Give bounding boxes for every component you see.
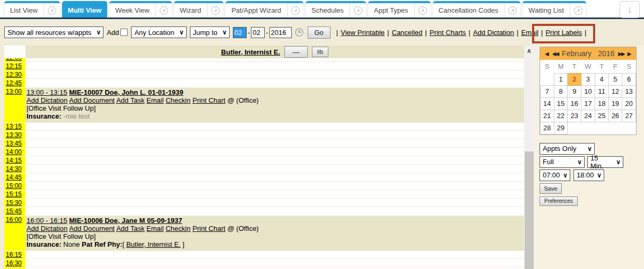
size-select[interactable]: Full ∨ (539, 156, 585, 168)
time-slot-link[interactable]: 14:30 (6, 165, 22, 173)
tab-popout-button[interactable]: ↗ (287, 3, 303, 17)
calendar-day-19[interactable]: 19 (608, 97, 622, 110)
calendar-day-12[interactable]: 12 (608, 85, 622, 97)
time-slot-link[interactable]: 14:00 (6, 148, 22, 156)
calendar-day-24[interactable]: 24 (581, 110, 595, 122)
tab-pat-appt-wizard[interactable]: Pat/Appt Wizard↗ (225, 1, 303, 17)
calendar-day-29[interactable]: 29 (554, 122, 568, 134)
fb-button[interactable]: f/b (312, 47, 328, 57)
empty-slot[interactable] (25, 208, 524, 216)
tab-cancellation-codes[interactable]: Cancellation Codes↗ (433, 1, 521, 17)
action-add-document[interactable]: Add Document (69, 225, 115, 232)
calendar-day-7[interactable]: 7 (541, 85, 554, 97)
schedule-scrollbar[interactable]: ∧ (524, 46, 534, 269)
empty-slot[interactable] (25, 165, 524, 173)
empty-slot[interactable] (25, 148, 524, 156)
tab-popout-button[interactable]: ↗ (570, 3, 586, 17)
calendar-day-2[interactable]: 2 (568, 73, 581, 85)
next-month-icon[interactable]: ▶▶ (616, 51, 625, 57)
calendar-day-15[interactable]: 15 (554, 97, 568, 110)
calendar-day-20[interactable]: 20 (622, 97, 636, 110)
calendar-day-11[interactable]: 11 (595, 85, 608, 97)
tab-popout-button[interactable]: ↗ (43, 3, 60, 17)
link-cancelled[interactable]: Cancelled (392, 29, 423, 37)
calendar-day-21[interactable]: 21 (541, 110, 554, 122)
location-select[interactable]: Any Location ∨ (131, 26, 186, 38)
calendar-day-1[interactable]: 1 (554, 73, 568, 85)
ref-phy-link[interactable]: Butler, Internist E. (126, 240, 181, 248)
start-time-select[interactable]: 07:00 ∨ (539, 169, 570, 181)
scroll-up-icon[interactable]: ∧ (524, 46, 534, 55)
time-slot-link[interactable]: 15:00 (6, 182, 22, 190)
action-add-task[interactable]: Add Task (116, 225, 144, 232)
time-slot-link[interactable]: 12:45 (6, 79, 22, 87)
calendar-day-25[interactable]: 25 (595, 110, 608, 122)
time-slot-link[interactable]: 16:30 (6, 259, 22, 267)
calendar-day-8[interactable]: 8 (554, 85, 568, 97)
scrollbar-thumb[interactable] (525, 151, 534, 269)
time-slot-link[interactable]: 16:00 (6, 216, 22, 223)
collapse-resource-button[interactable]: — (284, 46, 308, 58)
time-slot-link[interactable]: 12:30 (6, 71, 22, 78)
empty-slot[interactable] (25, 157, 524, 165)
calendar-day-5[interactable]: 5 (608, 73, 622, 85)
empty-slot[interactable] (25, 182, 524, 190)
empty-slot[interactable] (25, 174, 524, 182)
action-email[interactable]: Email (146, 96, 164, 104)
action-print-chart[interactable]: Print Chart (193, 96, 225, 104)
empty-slot[interactable] (25, 199, 524, 207)
view-filter-select[interactable]: Appts Only ∨ (539, 143, 595, 155)
resource-link[interactable]: Butler, Internist E. (221, 48, 280, 56)
tab-waiting-list[interactable]: Waiting List↗ (523, 1, 586, 17)
collapse-panel-button[interactable]: ↓ (620, 1, 640, 18)
tab-week-view[interactable]: Week View↗ (109, 1, 172, 17)
patient-link[interactable]: MIE-10007 Doe, John L. 01-01-1939 (69, 88, 183, 96)
preferences-button[interactable]: Preferences (539, 196, 578, 206)
appt-time-range-link[interactable]: 13:00 - 13:15 (27, 88, 67, 96)
tab-popout-button[interactable]: ↗ (350, 3, 366, 17)
calendar-day-6[interactable]: 6 (622, 73, 636, 85)
empty-slot[interactable] (25, 131, 524, 139)
date-day-input[interactable] (251, 27, 265, 38)
action-email[interactable]: Email (146, 225, 164, 232)
calendar-day-16[interactable]: 16 (568, 97, 581, 110)
empty-slot[interactable] (25, 71, 524, 79)
time-slot-link[interactable]: 15:15 (6, 191, 22, 198)
appointment-block[interactable]: 13:00 - 13:15 MIE-10007 Doe, John L. 01-… (25, 88, 524, 123)
next-year-icon[interactable]: ▶ (626, 51, 633, 57)
link-email[interactable]: Email (521, 29, 538, 37)
action-add-dictation[interactable]: Add Dictation (27, 225, 67, 232)
calendar-day-14[interactable]: 14 (541, 97, 554, 110)
time-slot-link[interactable]: 15:30 (6, 199, 22, 207)
empty-slot[interactable] (25, 58, 524, 62)
save-button[interactable]: Save (539, 183, 562, 194)
calendar-day-13[interactable]: 13 (622, 85, 636, 97)
time-slot-link[interactable]: 14:45 (6, 174, 22, 181)
calendar-day-28[interactable]: 28 (541, 122, 554, 134)
empty-slot[interactable] (25, 79, 524, 87)
resource-filter-select[interactable]: Show all resources w/appts ∨ (4, 26, 103, 38)
prev-month-icon[interactable]: ◀◀ (551, 51, 560, 57)
calendar-day-18[interactable]: 18 (595, 97, 608, 110)
tab-popout-button[interactable]: ↗ (155, 3, 172, 17)
clock-icon[interactable] (295, 28, 303, 37)
empty-slot[interactable] (25, 259, 524, 267)
tab-multi-view[interactable]: Multi View (62, 1, 107, 17)
action-checkin[interactable]: Checkin (166, 225, 190, 232)
time-slot-link[interactable]: 16:15 (6, 251, 22, 258)
jump-to-select[interactable]: Jump to ∨ (190, 26, 230, 38)
action-print-chart[interactable]: Print Chart (193, 225, 225, 232)
calendar-day-27[interactable]: 27 (622, 110, 636, 122)
empty-slot[interactable] (25, 140, 524, 148)
time-slot-link[interactable]: 12:15 (6, 62, 22, 70)
empty-slot[interactable] (25, 62, 524, 70)
action-add-task[interactable]: Add Task (116, 96, 144, 104)
time-slot-link[interactable]: 14:15 (6, 157, 22, 164)
interval-select[interactable]: 15 Min. ∨ (587, 156, 623, 168)
action-add-document[interactable]: Add Document (69, 96, 115, 104)
tab-popout-button[interactable]: ↗ (504, 3, 520, 17)
action-checkin[interactable]: Checkin (166, 96, 190, 104)
link-print-charts[interactable]: Print Charts (430, 29, 466, 37)
tab-popout-button[interactable]: ↗ (414, 3, 431, 17)
time-slot-link[interactable]: 15:45 (6, 208, 22, 215)
